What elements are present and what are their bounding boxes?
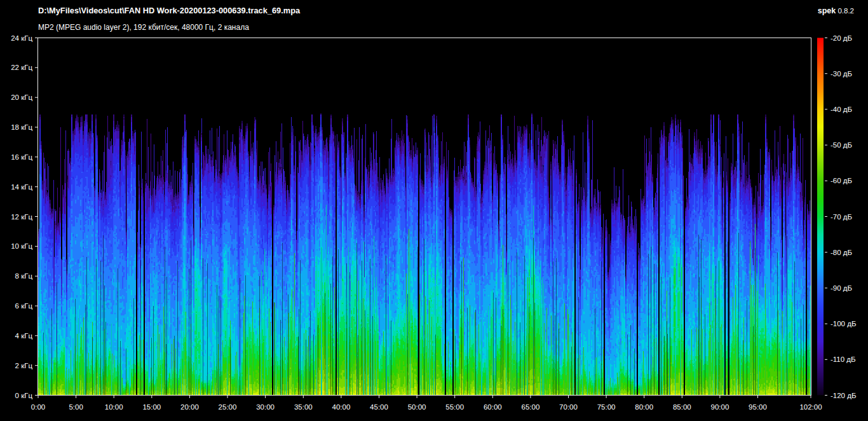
svg-text:-80 дБ: -80 дБ [831,249,852,256]
svg-text:35:00: 35:00 [294,403,313,411]
svg-text:25:00: 25:00 [219,403,237,411]
svg-text:15:00: 15:00 [142,403,161,411]
svg-text:90:00: 90:00 [711,403,729,411]
svg-text:-110 дБ: -110 дБ [831,355,856,363]
svg-text:18 кГц: 18 кГц [11,123,32,131]
svg-text:85:00: 85:00 [673,403,691,411]
svg-text:D:\MyFiles\Videos\cut\FAN HD W: D:\MyFiles\Videos\cut\FAN HD Work-202001… [38,6,301,15]
svg-text:-30 дБ: -30 дБ [831,70,852,78]
svg-text:0 кГц: 0 кГц [15,392,33,399]
svg-text:-90 дБ: -90 дБ [831,284,852,292]
svg-text:60:00: 60:00 [484,403,502,411]
svg-text:14 кГц: 14 кГц [11,183,32,191]
svg-text:24 кГц: 24 кГц [11,34,32,42]
svg-text:MP2 (MPEG audio layer 2), 192: MP2 (MPEG audio layer 2), 192 кбит/сек, … [38,23,249,32]
svg-text:4 кГц: 4 кГц [15,332,33,340]
svg-text:-70 дБ: -70 дБ [831,213,852,221]
svg-text:40:00: 40:00 [332,403,351,411]
svg-text:2 кГц: 2 кГц [15,362,33,369]
svg-text:12 кГц: 12 кГц [11,213,32,221]
svg-text:0:00: 0:00 [31,403,45,411]
svg-text:5:00: 5:00 [69,403,83,411]
svg-text:10 кГц: 10 кГц [11,242,32,250]
svg-text:-40 дБ: -40 дБ [831,106,852,113]
svg-text:70:00: 70:00 [559,403,578,411]
svg-text:20 кГц: 20 кГц [11,93,32,101]
svg-text:-120 дБ: -120 дБ [831,392,856,399]
svg-text:95:00: 95:00 [749,403,767,411]
svg-text:30:00: 30:00 [256,403,275,411]
svg-text:10:00: 10:00 [105,403,123,411]
svg-text:22 кГц: 22 кГц [11,64,32,71]
svg-text:102:00: 102:00 [799,403,822,411]
svg-text:6 кГц: 6 кГц [15,302,33,310]
svg-text:65:00: 65:00 [522,403,540,411]
svg-text:80:00: 80:00 [635,403,653,411]
svg-text:-100 дБ: -100 дБ [831,320,856,328]
svg-text:55:00: 55:00 [445,403,464,411]
svg-text:20:00: 20:00 [180,403,199,411]
svg-text:-60 дБ: -60 дБ [831,177,852,184]
svg-text:8 кГц: 8 кГц [15,272,33,280]
svg-text:-20 дБ: -20 дБ [831,34,852,42]
svg-text:50:00: 50:00 [408,403,426,411]
svg-text:-50 дБ: -50 дБ [831,141,852,149]
svg-text:45:00: 45:00 [370,403,388,411]
svg-text:spek 0.8.2: spek 0.8.2 [818,6,854,15]
svg-text:16 кГц: 16 кГц [11,153,32,161]
svg-text:75:00: 75:00 [597,403,616,411]
